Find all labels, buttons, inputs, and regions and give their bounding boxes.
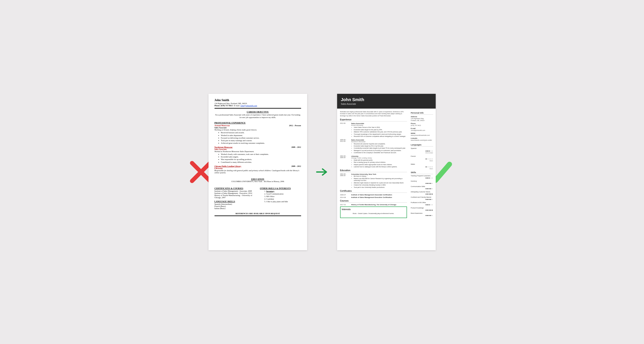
personal-info-heading: Personal Info [411, 112, 433, 115]
linkedin-label: LinkedIn [411, 137, 433, 139]
divider [214, 216, 301, 216]
linkedin-value: www.linkedin.com/in/john-smith/ [411, 139, 433, 141]
languages-heading: Languages [411, 143, 433, 146]
two-column-section: CERTIFICATES & COURSES Institute of Sale… [214, 185, 301, 210]
references-line: REFERENCES ARE AVAILABLE UPON REQUEST [214, 213, 301, 215]
contact-line: Phone: (678) 757 9413 / E-mail: john@joh… [214, 104, 301, 107]
career-objective-heading: CAREER OBJECTIVE [214, 111, 301, 113]
resume-body: Motivated and highly professional Sales … [337, 109, 436, 250]
sidebar-column: Personal Info Address 134 Rightward Way … [410, 109, 436, 250]
good-resume: John Smith Sales Associate Motivated and… [337, 94, 436, 250]
email-value: John@johnsmith.com [411, 129, 433, 131]
career-objective-text: I'm a professional Sales Associate with … [214, 114, 301, 119]
certificates-heading: Certificates [340, 190, 407, 193]
skills-list: InventoryGood CommunicationMS OfficeConf… [266, 190, 301, 203]
phone-value: (678) 757 9413 [411, 124, 433, 126]
good-resume-wrap: John Smith Sales Associate Motivated and… [337, 94, 436, 250]
address-label: Address [411, 116, 433, 118]
interests-heading: Interests [342, 208, 405, 211]
email-link[interactable]: john@johnsmith.com [240, 104, 257, 107]
interests-highlight-box: Interests Music - Grade 8 piano. Occasio… [340, 207, 407, 218]
experience-heading: Experience [340, 118, 407, 121]
address-value: Portland, ME, 04019 [411, 119, 433, 121]
other-skills-heading: OTHER SKILLS & INTERESTS [260, 187, 301, 190]
skills-heading: Skills [411, 171, 433, 174]
bad-resume-wrap: John Smith 134 Rightward Way, Portland, … [208, 94, 307, 250]
www-value: www.johnsmithswebsite.com [411, 134, 433, 136]
arrow-icon [316, 168, 328, 176]
language-skills-heading: LANGUAGE SKILLS [214, 200, 256, 203]
professional-experience-heading: PROFESSIONAL EXPERIENCE [214, 122, 301, 124]
phone-label: Phone [411, 122, 433, 124]
courses-heading: Courses [340, 200, 407, 203]
name: John Smith [214, 98, 301, 102]
comparison-stage: John Smith 134 Rightward Way, Portland, … [208, 94, 436, 250]
education-text: COLUMBIA UNIVERSITY, New York – BA Hons … [214, 180, 301, 183]
education-heading: EDUCATION [214, 178, 301, 180]
interests-text: Music - Grade 8 piano. Occasionally play… [342, 211, 405, 216]
divider [214, 108, 301, 109]
email-label: E-mail [411, 127, 433, 129]
summary: Motivated and highly professional Sales … [340, 111, 407, 117]
name: John Smith [341, 97, 432, 102]
certificates-heading: CERTIFICATES & COURSES [214, 187, 256, 190]
job-title: Sales Associate [341, 103, 432, 105]
main-column: Motivated and highly professional Sales … [337, 109, 410, 250]
address-value: 134 Rightward Way [411, 118, 433, 119]
address: 134 Rightward Way, Portland, ME, 04019 [214, 102, 301, 104]
bad-resume: John Smith 134 Rightward Way, Portland, … [208, 94, 307, 250]
resume-header: John Smith Sales Associate [337, 94, 436, 109]
www-label: WWW [411, 132, 433, 134]
education-heading: Education [340, 169, 407, 172]
